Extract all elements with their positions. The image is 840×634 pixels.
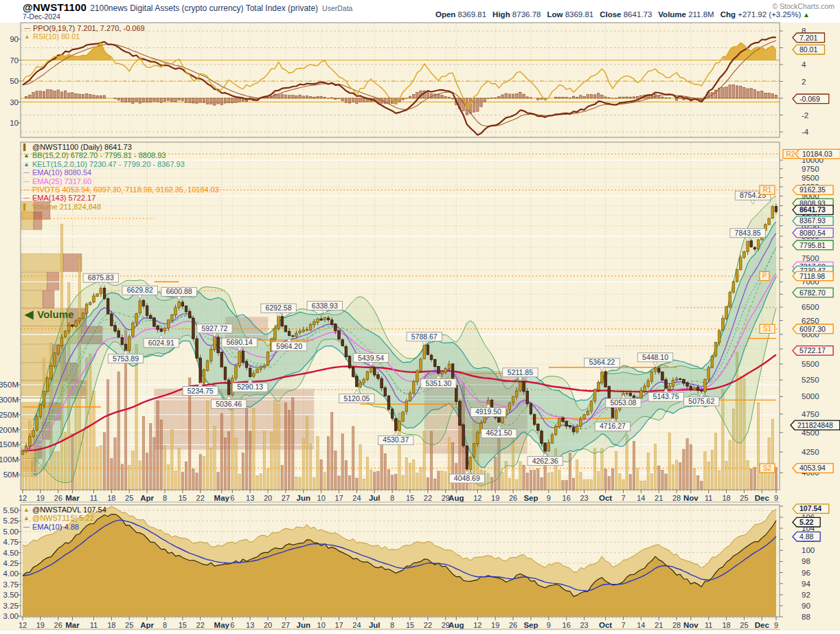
svg-text:6024.91: 6024.91 bbox=[148, 339, 174, 347]
svg-text:19: 19 bbox=[36, 621, 45, 629]
quote-label: Chg bbox=[720, 10, 736, 19]
svg-text:22: 22 bbox=[196, 621, 205, 629]
svg-text:8: 8 bbox=[390, 494, 394, 502]
svg-text:9162.35: 9162.35 bbox=[799, 185, 826, 194]
svg-text:5690.14: 5690.14 bbox=[227, 338, 253, 346]
svg-text:7: 7 bbox=[621, 494, 625, 502]
svg-text:80.01: 80.01 bbox=[799, 45, 817, 54]
svg-text:6875.83: 6875.83 bbox=[88, 273, 114, 282]
svg-text:-0.069: -0.069 bbox=[799, 95, 820, 103]
svg-text:12: 12 bbox=[473, 494, 481, 502]
legend-label: KELT(15,2.0,10) 7230.47 - 7799.20 - 8367… bbox=[32, 160, 185, 168]
svg-text:4919.50: 4919.50 bbox=[475, 407, 501, 416]
area-icon: ▲ bbox=[23, 514, 32, 522]
quote-label: High bbox=[492, 10, 510, 19]
svg-text:20: 20 bbox=[264, 494, 272, 502]
svg-text:26: 26 bbox=[509, 621, 517, 629]
svg-text:Nov: Nov bbox=[683, 494, 699, 502]
svg-text:24: 24 bbox=[352, 494, 361, 502]
svg-text:6250: 6250 bbox=[802, 317, 819, 325]
svg-text:8080.54: 8080.54 bbox=[799, 229, 826, 237]
legend-label: PPO(9,19,7) 7.201, 7.270, -0.069 bbox=[33, 24, 145, 32]
change-up-arrow-icon: ▲ bbox=[801, 11, 810, 19]
svg-text:Jun: Jun bbox=[297, 494, 310, 502]
svg-text:Jul: Jul bbox=[369, 494, 381, 502]
chart-date: 7-Dec-2024 bbox=[23, 12, 60, 21]
svg-text:100M: 100M bbox=[0, 455, 19, 464]
svg-text:6338.93: 6338.93 bbox=[312, 302, 338, 310]
bars-icon: ▌ bbox=[23, 203, 32, 211]
legend-item: ▲RSI(10) 80.01 bbox=[24, 32, 145, 41]
volume-annotation-label: Volume bbox=[37, 308, 73, 320]
svg-text:25: 25 bbox=[125, 621, 133, 629]
svg-text:6292.58: 6292.58 bbox=[266, 304, 292, 312]
svg-text:10: 10 bbox=[10, 119, 19, 127]
quote-label: Open bbox=[435, 10, 455, 19]
svg-text:16: 16 bbox=[563, 621, 571, 629]
svg-text:19: 19 bbox=[36, 494, 45, 502]
copyright-link[interactable]: © StockCharts.com bbox=[772, 2, 835, 10]
chart-canvas: 6875.835753.896629.826024.916600.885234.… bbox=[0, 0, 840, 634]
svg-text:30: 30 bbox=[10, 98, 19, 106]
legend-item: ▲BB(15,2.0) 6782.70 - 7795.81 - 8808.93 bbox=[23, 151, 219, 159]
svg-text:5439.54: 5439.54 bbox=[358, 354, 384, 362]
svg-text:15: 15 bbox=[179, 621, 187, 629]
svg-text:12: 12 bbox=[473, 621, 481, 629]
svg-text:4053.94: 4053.94 bbox=[799, 464, 826, 472]
svg-text:14: 14 bbox=[637, 621, 645, 629]
svg-text:5.50: 5.50 bbox=[3, 506, 19, 514]
svg-text:27: 27 bbox=[282, 494, 290, 502]
svg-text:15: 15 bbox=[406, 494, 414, 502]
legend-item: ▌@NWST1100 (Daily) 8641.73 bbox=[23, 143, 219, 151]
svg-text:S2: S2 bbox=[763, 464, 772, 472]
svg-text:9: 9 bbox=[774, 494, 778, 502]
stockcharts-chart: @NWST11002100news Digital Assets (crypto… bbox=[0, 0, 840, 634]
svg-text:4621.50: 4621.50 bbox=[486, 429, 512, 437]
svg-text:9750: 9750 bbox=[802, 165, 819, 173]
svg-text:Mar: Mar bbox=[65, 621, 80, 629]
svg-text:19: 19 bbox=[491, 494, 499, 502]
svg-text:Sep: Sep bbox=[523, 621, 538, 629]
svg-text:27: 27 bbox=[282, 621, 290, 629]
svg-text:Apr: Apr bbox=[140, 621, 154, 629]
svg-text:107.54: 107.54 bbox=[799, 504, 821, 512]
svg-text:7500: 7500 bbox=[802, 254, 819, 262]
svg-text:Aug: Aug bbox=[449, 621, 464, 629]
svg-text:13: 13 bbox=[246, 621, 254, 629]
symbol: @NWST1100 bbox=[23, 1, 87, 13]
svg-text:4.25: 4.25 bbox=[3, 559, 19, 567]
area-icon: ▲ bbox=[23, 160, 32, 168]
legend-label: PIVOTS 4053.94, 6097.30, 7118.98, 9162.3… bbox=[32, 185, 219, 194]
svg-text:15: 15 bbox=[406, 621, 414, 629]
svg-text:100: 100 bbox=[802, 546, 815, 554]
legend-item: —PIVOTS 4053.94, 6097.30, 7118.98, 9162.… bbox=[23, 185, 219, 194]
legend-item: ▲KELT(15,2.0,10) 7230.47 - 7799.20 - 836… bbox=[23, 160, 219, 168]
svg-text:26: 26 bbox=[54, 494, 63, 502]
indicator-legend: —PPO(9,19,7) 7.201, 7.270, -0.069▲RSI(10… bbox=[24, 24, 145, 41]
quote-value: 211.8M bbox=[686, 10, 714, 19]
line-icon: — bbox=[23, 185, 32, 194]
line-icon: — bbox=[23, 523, 32, 531]
svg-text:21: 21 bbox=[655, 494, 663, 502]
svg-text:4530.37: 4530.37 bbox=[383, 435, 409, 444]
svg-text:7.201: 7.201 bbox=[799, 34, 817, 42]
quote-label: Low bbox=[547, 10, 563, 19]
svg-text:5351.30: 5351.30 bbox=[425, 379, 451, 387]
svg-text:Jun: Jun bbox=[297, 621, 310, 629]
svg-text:88: 88 bbox=[802, 613, 810, 621]
svg-text:11: 11 bbox=[90, 494, 98, 502]
line-icon: — bbox=[23, 194, 32, 202]
svg-text:5448.10: 5448.10 bbox=[642, 353, 668, 361]
svg-text:22: 22 bbox=[424, 621, 432, 629]
quote-value: +271.92 (+3.25%) bbox=[736, 10, 801, 19]
quote-value: 8641.73 bbox=[622, 10, 652, 19]
svg-text:13: 13 bbox=[246, 494, 254, 502]
chart-description: 2100news Digital Assets (crypto currency… bbox=[90, 3, 318, 13]
svg-text:Mar: Mar bbox=[65, 494, 80, 502]
svg-text:12: 12 bbox=[19, 494, 27, 502]
line-icon: — bbox=[24, 24, 33, 32]
legend-item: —EMA(25) 7317.60 bbox=[23, 177, 219, 185]
svg-text:May: May bbox=[214, 494, 230, 502]
svg-text:28: 28 bbox=[672, 621, 681, 629]
svg-text:4750: 4750 bbox=[802, 410, 819, 418]
